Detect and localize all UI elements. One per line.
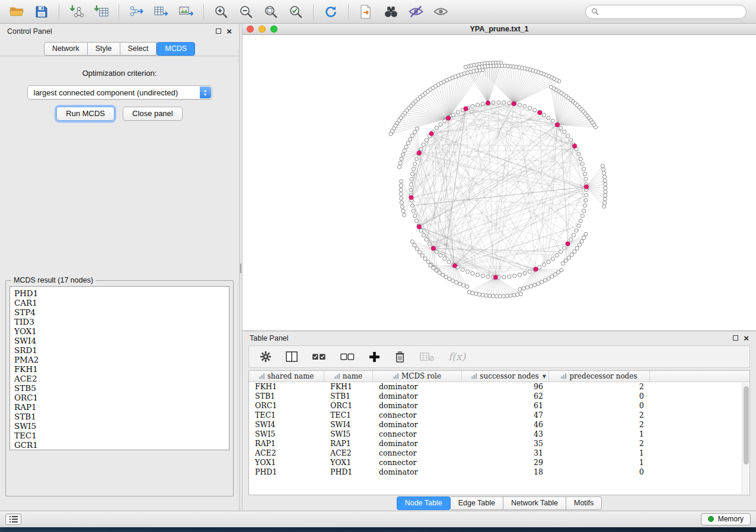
table-cell[interactable]: 18 xyxy=(462,467,549,477)
table-cell[interactable]: RAP1 xyxy=(249,439,324,448)
table-cell[interactable]: PHD1 xyxy=(324,467,373,477)
table-cell[interactable]: 2 xyxy=(549,411,650,420)
mcds-result-item[interactable]: SWI4 xyxy=(14,336,229,345)
mcds-result-item[interactable]: TEC1 xyxy=(14,431,229,440)
table-cell[interactable]: TEC1 xyxy=(249,411,324,420)
table-cell[interactable]: dominator xyxy=(373,420,462,430)
hide-selected-button[interactable] xyxy=(405,2,426,21)
mcds-result-item[interactable]: ORC1 xyxy=(14,393,229,402)
deselect-all-button[interactable] xyxy=(340,352,355,361)
table-cell[interactable]: dominator xyxy=(373,401,462,411)
open-file-button[interactable] xyxy=(6,2,27,21)
table-cell[interactable]: dominator xyxy=(373,439,462,448)
save-session-button[interactable] xyxy=(31,2,52,21)
table-row[interactable]: FKH1FKH1dominator962 xyxy=(249,382,749,392)
table-settings-button[interactable] xyxy=(260,351,272,363)
table-cell[interactable]: 1 xyxy=(549,430,650,439)
table-cell[interactable]: TEC1 xyxy=(324,411,373,420)
mcds-result-item[interactable]: STP4 xyxy=(14,307,229,317)
table-row[interactable]: RAP1RAP1dominator352 xyxy=(249,439,749,448)
table-cell[interactable]: 35 xyxy=(462,439,549,448)
table-cell[interactable]: RAP1 xyxy=(324,439,373,448)
window-maximize-icon[interactable] xyxy=(270,25,277,33)
table-scrollbar-thumb[interactable] xyxy=(744,386,749,464)
show-columns-button[interactable] xyxy=(286,351,298,362)
close-table-panel-icon[interactable]: × xyxy=(744,335,749,341)
column-header-MCDS-role[interactable]: MCDS role xyxy=(373,371,462,382)
tab-network-table[interactable]: Network Table xyxy=(503,496,566,510)
table-cell[interactable]: 46 xyxy=(462,420,549,430)
find-button[interactable] xyxy=(380,2,401,21)
table-cell[interactable]: SWI5 xyxy=(324,430,373,439)
vertical-splitter[interactable] xyxy=(239,24,243,511)
mcds-result-item[interactable]: SWI5 xyxy=(14,421,229,431)
table-row[interactable]: STB1STB1dominator620 xyxy=(249,392,749,401)
select-all-button[interactable] xyxy=(312,352,326,361)
delete-column-button[interactable] xyxy=(394,351,406,363)
mcds-result-item[interactable]: CAR1 xyxy=(14,298,229,307)
search-input[interactable] xyxy=(602,8,741,16)
table-row[interactable]: SWI4SWI4dominator462 xyxy=(249,420,749,430)
table-cell[interactable]: FKH1 xyxy=(324,382,373,392)
tab-edge-table[interactable]: Edge Table xyxy=(451,496,503,510)
table-cell[interactable]: 0 xyxy=(549,467,650,477)
table-row[interactable]: PHD1PHD1dominator180 xyxy=(249,467,749,477)
memory-button[interactable]: Memory xyxy=(701,513,751,525)
export-document-button[interactable] xyxy=(355,2,377,21)
mcds-result-item[interactable]: RAP1 xyxy=(14,402,229,412)
import-table-button[interactable] xyxy=(91,2,112,21)
network-window-titlebar[interactable]: YPA_prune.txt_1 xyxy=(243,24,756,35)
mcds-result-item[interactable]: TID3 xyxy=(14,317,229,326)
status-menu-button[interactable] xyxy=(5,514,21,525)
import-network-button[interactable] xyxy=(66,2,87,21)
table-cell[interactable]: YOX1 xyxy=(324,458,373,467)
float-panel-icon[interactable] xyxy=(216,28,221,34)
table-cell[interactable]: SWI5 xyxy=(249,430,324,439)
tab-select[interactable]: Select xyxy=(120,42,157,56)
table-cell[interactable]: connector xyxy=(373,430,462,439)
table-cell[interactable]: connector xyxy=(373,411,462,420)
tab-node-table[interactable]: Node Table xyxy=(397,496,451,510)
table-cell[interactable]: connector xyxy=(373,448,462,458)
tab-network[interactable]: Network xyxy=(44,42,88,56)
zoom-fit-button[interactable] xyxy=(260,2,282,21)
tab-style[interactable]: Style xyxy=(88,42,120,56)
table-cell[interactable]: YOX1 xyxy=(249,458,324,467)
tab-motifs[interactable]: Motifs xyxy=(566,496,602,510)
export-table-button[interactable] xyxy=(151,2,172,21)
mcds-result-item[interactable]: YOX1 xyxy=(14,326,229,336)
zoom-out-button[interactable] xyxy=(235,2,257,21)
table-cell[interactable]: ORC1 xyxy=(249,401,324,411)
close-panel-icon[interactable]: × xyxy=(227,28,232,34)
zoom-in-button[interactable] xyxy=(210,2,232,21)
zoom-selected-button[interactable] xyxy=(285,2,307,21)
column-header-shared-name[interactable]: shared name xyxy=(249,371,324,382)
mcds-result-item[interactable]: STB1 xyxy=(14,412,229,421)
show-all-button[interactable] xyxy=(430,2,451,21)
search-box[interactable] xyxy=(585,5,747,19)
window-minimize-icon[interactable] xyxy=(259,25,266,33)
column-header-predecessor-nodes[interactable]: predecessor nodes xyxy=(549,371,650,382)
table-cell[interactable]: 2 xyxy=(549,420,650,430)
network-canvas[interactable] xyxy=(243,35,756,331)
table-cell[interactable]: 62 xyxy=(462,392,549,401)
table-cell[interactable]: SWI4 xyxy=(324,420,373,430)
float-table-panel-icon[interactable] xyxy=(733,335,738,341)
table-cell[interactable]: 2 xyxy=(549,439,650,448)
mcds-result-item[interactable]: SRD1 xyxy=(14,345,229,355)
run-mcds-button[interactable]: Run MCDS xyxy=(56,107,114,121)
table-cell[interactable]: FKH1 xyxy=(249,382,324,392)
mcds-result-list[interactable]: PHD1CAR1STP4TID3YOX1SWI4SRD1PMA2FKH1ACE2… xyxy=(9,286,229,450)
table-cell[interactable]: 61 xyxy=(462,401,549,411)
table-row[interactable]: YOX1YOX1connector291 xyxy=(249,458,749,467)
table-cell[interactable]: 0 xyxy=(549,392,650,401)
table-cell[interactable]: dominator xyxy=(373,382,462,392)
mcds-result-item[interactable]: PMA2 xyxy=(14,355,229,364)
column-header-successor-nodes[interactable]: successor nodes▼ xyxy=(462,371,549,382)
mcds-result-item[interactable]: ACE2 xyxy=(14,374,229,383)
table-cell[interactable]: 31 xyxy=(462,448,549,458)
table-cell[interactable]: 2 xyxy=(549,382,650,392)
export-image-button[interactable] xyxy=(176,2,197,21)
tab-mcds[interactable]: MCDS xyxy=(157,42,195,56)
table-cell[interactable]: SWI4 xyxy=(249,420,324,430)
